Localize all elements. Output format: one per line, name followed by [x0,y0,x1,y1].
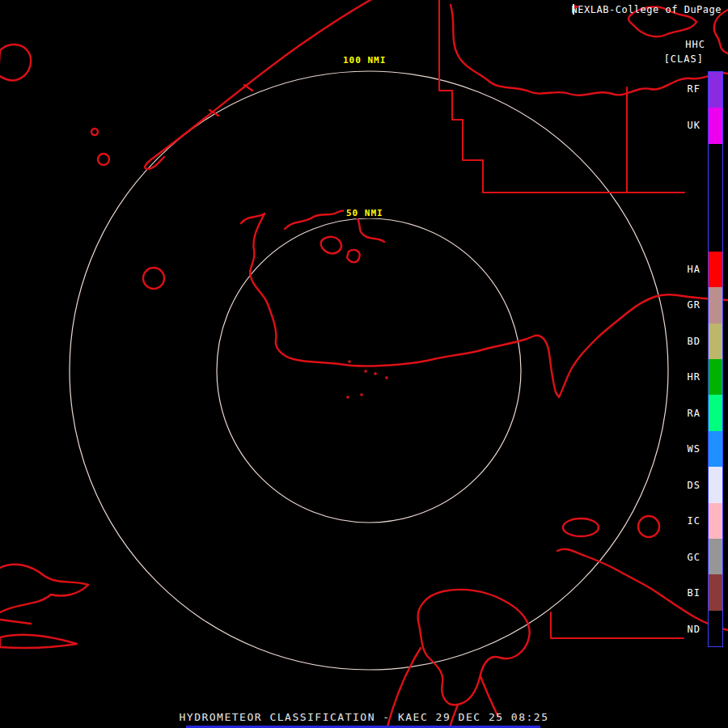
island-outline [0,44,31,81]
legend-label-ds: DS [668,468,700,504]
legend-label-bd: BD [668,324,700,360]
island-outline [418,590,530,705]
coastline [714,10,728,53]
map-outlines [0,0,728,728]
legend-label-ws: WS [668,431,700,468]
legend-label-ha: HA [668,252,700,288]
legend-segment-gr [709,287,722,323]
circle-marker [98,154,109,165]
brand-title: NEXLAB-College of DuPage [572,4,722,15]
legend-label-rf: RF [668,71,700,108]
legend-segment-bi [709,574,722,610]
island-outline [0,635,77,648]
coastline [557,549,728,630]
inner-ring-label: 50 NMI [344,208,386,218]
circle-marker [143,268,164,289]
legend-segment-gc [709,539,722,574]
footer-title: HYDROMETEOR CLASSIFICATION - KAEC 29 DEC… [0,711,728,723]
color-bar [708,71,723,647]
lake-outline [563,518,599,536]
legend-segment-nd [709,611,722,646]
legend-labels: RFUKHAGRBDHRRAWSDSICGCBIND [668,71,700,647]
coastline [0,565,88,612]
coastline [210,85,252,116]
flag-icon [572,4,581,15]
radar-screen: 100 NMI 50 NMI NEXLAB-College of DuPage … [0,0,728,728]
boundary-steps [551,612,684,638]
legend-label-hr: HR [668,359,700,396]
legend-segment-bd [709,324,722,359]
outer-ring-label: 100 NMI [341,55,388,66]
legend-segment-rf [709,72,722,108]
legend-segment-blank [709,216,722,252]
product-tag: [CLAS] [664,53,704,65]
legend-segment-blank [709,180,722,215]
circle-marker [638,516,659,537]
product-code: HHC [685,39,705,50]
island-outline [347,250,360,262]
brand-text: NEXLAB-College of DuPage [572,4,722,15]
legend-segment-uk [709,108,722,143]
legend-segment-hr [709,359,722,395]
ring-50nmi [217,218,521,523]
legend-label-ra: RA [668,396,700,432]
legend-segment-ra [709,395,722,430]
legend-segment-ds [709,467,722,502]
coastline [145,157,164,169]
legend-label-bi: BI [668,575,700,612]
island-outline [321,237,341,254]
circle-marker [91,129,98,135]
legend-segment-ha [709,252,722,287]
coastline [151,0,375,159]
coastline-main [241,214,728,397]
legend-label-ic: IC [668,503,700,540]
legend-segment-ws [709,431,722,467]
coastline [0,620,31,624]
legend-label-uk: UK [668,108,700,144]
boundary-steps [439,0,684,193]
legend-segment-blank [709,144,722,180]
legend-segment-ic [709,503,722,539]
legend-label-nd: ND [668,612,700,648]
legend-label-gr: GR [668,287,700,324]
legend-label-gc: GC [668,540,700,576]
radar-map [0,0,728,728]
